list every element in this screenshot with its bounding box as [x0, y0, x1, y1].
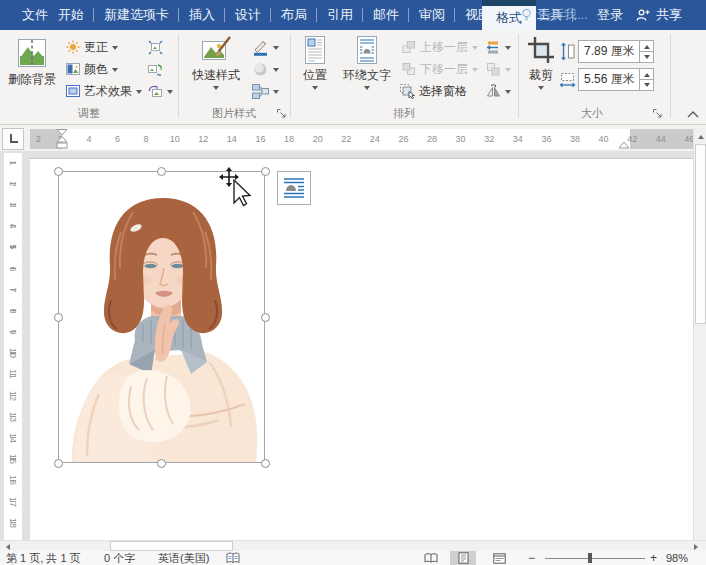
crop-label: 裁剪: [522, 68, 560, 82]
position-dropdown-arrow[interactable]: [312, 86, 318, 93]
web-layout-view-button[interactable]: [486, 551, 512, 565]
zoom-slider-track[interactable]: [545, 558, 645, 559]
picture-layout-dropdown-arrow[interactable]: [273, 90, 279, 97]
word-count-status[interactable]: 0 个字: [104, 551, 135, 565]
vertical-scrollbar[interactable]: [693, 128, 706, 540]
print-layout-view-button[interactable]: [450, 551, 476, 565]
ruler-number: 4: [75, 129, 104, 149]
tab-stop-selector[interactable]: [2, 128, 24, 150]
change-picture-button[interactable]: [148, 59, 163, 79]
horizontal-ruler[interactable]: 2 24681012141618202224262830323436384042…: [30, 129, 697, 149]
horizontal-scrollbar[interactable]: [0, 540, 706, 551]
ribbon-tab[interactable]: 开始: [48, 0, 94, 30]
selection-handle-middle-right[interactable]: [261, 313, 270, 322]
collapse-ribbon-chevron-icon[interactable]: [686, 109, 700, 119]
picture-border-button[interactable]: [252, 37, 279, 57]
read-mode-view-button[interactable]: [418, 551, 444, 565]
ribbon-tab[interactable]: 引用: [317, 0, 363, 30]
selection-handle-bottom-left[interactable]: [54, 459, 63, 468]
hanging-indent-marker[interactable]: [57, 137, 67, 143]
color-dropdown-arrow[interactable]: [112, 68, 118, 75]
right-indent-marker[interactable]: [618, 141, 630, 149]
ribbon-tab[interactable]: 插入: [179, 0, 225, 30]
sign-in-button[interactable]: 登录: [597, 0, 623, 30]
color-button[interactable]: 颜色: [66, 59, 118, 79]
scroll-up-button[interactable]: [694, 128, 706, 143]
selection-handle-top-middle[interactable]: [157, 167, 166, 176]
picture-layout-icon: [252, 83, 269, 100]
selection-handle-bottom-middle[interactable]: [157, 459, 166, 468]
selection-handle-middle-left[interactable]: [54, 313, 63, 322]
ruler-number: 18: [275, 129, 304, 149]
reset-picture-dropdown-arrow[interactable]: [167, 90, 173, 97]
ribbon-tab[interactable]: 邮件: [363, 0, 409, 30]
selection-handle-bottom-right[interactable]: [261, 459, 270, 468]
picture-layout-button[interactable]: [252, 81, 279, 101]
layout-options-button[interactable]: [277, 171, 311, 205]
vertical-ruler-numbers: 123456789101112131415161718: [4, 153, 22, 533]
vertical-scroll-thumb[interactable]: [695, 144, 706, 324]
tell-me-box[interactable]: 告诉我...: [520, 0, 588, 30]
first-line-indent-marker[interactable]: [57, 130, 67, 136]
ribbon-tab[interactable]: 布局: [271, 0, 317, 30]
rotate-button[interactable]: [486, 81, 511, 101]
zoom-in-button[interactable]: +: [650, 551, 657, 565]
artistic-effects-dropdown-arrow[interactable]: [136, 90, 142, 97]
ribbon-tab[interactable]: 审阅: [409, 0, 455, 30]
language-status[interactable]: 英语(美国): [158, 551, 209, 565]
quick-styles-dropdown-arrow[interactable]: [213, 86, 219, 93]
align-dropdown-arrow[interactable]: [505, 46, 511, 53]
artistic-effects-button[interactable]: 艺术效果: [66, 81, 142, 101]
picture-effects-dropdown-arrow[interactable]: [273, 68, 279, 75]
ruler-number: 38: [561, 129, 590, 149]
corrections-dropdown-arrow[interactable]: [112, 46, 118, 53]
page-number-status[interactable]: 第 1 页, 共 1 页: [6, 551, 81, 565]
proofing-status-icon[interactable]: [226, 552, 240, 565]
shape-height-value[interactable]: 7.89 厘米: [579, 43, 639, 60]
group-objects-icon: [486, 62, 501, 77]
shape-height-field[interactable]: 7.89 厘米: [578, 40, 654, 63]
ribbon-tab[interactable]: 新建选项卡: [94, 0, 179, 30]
horizontal-scroll-thumb[interactable]: [110, 541, 233, 551]
zoom-level[interactable]: 98%: [666, 551, 688, 565]
height-spin-up[interactable]: [640, 41, 653, 51]
picture-styles-dialog-launcher-icon[interactable]: [276, 108, 287, 119]
share-button[interactable]: 共享: [636, 0, 682, 30]
width-spin-down[interactable]: [640, 79, 653, 90]
vertical-ruler[interactable]: 123456789101112131415161718: [4, 153, 22, 540]
height-spin-down[interactable]: [640, 51, 653, 62]
width-spin-up[interactable]: [640, 69, 653, 79]
picture-selection-border[interactable]: [58, 171, 265, 463]
wrap-text-icon: [353, 36, 381, 66]
bring-forward-dropdown-arrow: [472, 46, 478, 53]
zoom-slider-thumb[interactable]: [588, 553, 592, 563]
picture-effects-button[interactable]: [252, 59, 279, 79]
selection-pane-icon: [400, 84, 415, 99]
ribbon: 删除背景 更正 颜色 艺术效果 调整: [0, 30, 706, 125]
crop-dropdown-arrow[interactable]: [538, 86, 544, 93]
wrap-text-dropdown-arrow[interactable]: [364, 86, 370, 93]
left-indent-marker[interactable]: [57, 143, 67, 148]
ruler-number: 36: [532, 129, 561, 149]
ribbon-tab[interactable]: 设计: [225, 0, 271, 30]
shape-width-value[interactable]: 5.56 厘米: [579, 71, 639, 88]
selection-handle-top-left[interactable]: [54, 167, 63, 176]
tell-me-label: 告诉我...: [538, 6, 588, 24]
compress-pictures-icon: [148, 40, 163, 55]
selection-handle-top-right[interactable]: [261, 167, 270, 176]
ruler-number: 24: [361, 129, 390, 149]
corrections-button[interactable]: 更正: [66, 37, 118, 57]
selection-pane-button[interactable]: 选择窗格: [400, 81, 467, 101]
shape-width-field[interactable]: 5.56 厘米: [578, 68, 654, 91]
align-icon: [486, 40, 501, 55]
ruler-number: 2: [8, 181, 18, 186]
align-button[interactable]: [486, 37, 511, 57]
quick-styles-icon: [200, 36, 232, 66]
rotate-dropdown-arrow[interactable]: [505, 90, 511, 97]
reset-picture-button[interactable]: [148, 81, 173, 101]
picture-border-dropdown-arrow[interactable]: [273, 46, 279, 53]
zoom-out-button[interactable]: −: [528, 551, 535, 565]
indent-markers[interactable]: [56, 129, 68, 149]
size-dialog-launcher-icon[interactable]: [652, 108, 663, 119]
compress-pictures-button[interactable]: [148, 37, 163, 57]
